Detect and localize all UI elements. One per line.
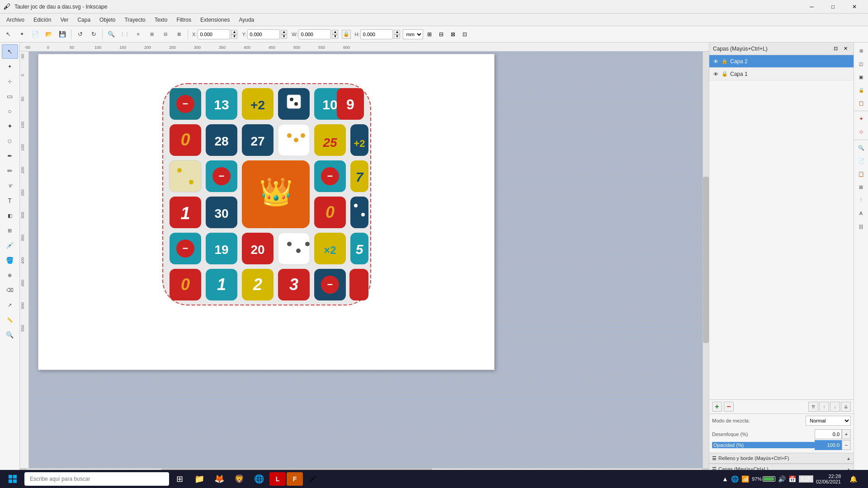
- h-input[interactable]: [360, 29, 393, 39]
- y-down[interactable]: ▼: [281, 34, 287, 39]
- tool-text[interactable]: T: [2, 193, 18, 208]
- remove-layer-btn[interactable]: −: [724, 402, 734, 412]
- layer-move-up[interactable]: ↑: [819, 402, 829, 412]
- tool-pencil[interactable]: ✏: [2, 164, 18, 178]
- tool-star[interactable]: ✦: [2, 119, 18, 133]
- task-time[interactable]: 22:28 02/06/2021: [816, 474, 841, 484]
- save-doc[interactable]: 💾: [56, 28, 69, 41]
- tool-node[interactable]: ✦: [15, 28, 28, 41]
- right-icon-zoom[interactable]: 🔍: [855, 141, 868, 154]
- close-button[interactable]: ✕: [844, 0, 864, 14]
- tb-icon-4[interactable]: ⊡: [459, 29, 470, 40]
- tool-spray[interactable]: ⊕: [2, 268, 18, 282]
- maximize-button[interactable]: □: [823, 0, 843, 14]
- right-icon-paste[interactable]: 📋: [855, 168, 868, 180]
- undo[interactable]: ↺: [74, 28, 86, 41]
- task-firefox[interactable]: 🦊: [210, 471, 229, 487]
- right-icon-copy[interactable]: 📄: [855, 155, 868, 167]
- y-input[interactable]: [247, 29, 280, 39]
- menu-filtros[interactable]: Filtros: [172, 15, 196, 25]
- tool-select[interactable]: ↖: [2, 28, 14, 41]
- layers-close[interactable]: ✕: [841, 44, 850, 53]
- layer-row-capa2[interactable]: 👁 🔒 Capa 2: [709, 55, 854, 68]
- task-inkscape[interactable]: 🖋: [304, 471, 323, 487]
- menu-ayuda[interactable]: Ayuda: [234, 15, 259, 25]
- taskbar-search[interactable]: [24, 472, 169, 486]
- task-wifi-icon[interactable]: 📶: [741, 475, 749, 483]
- w-up[interactable]: ▲: [332, 30, 338, 34]
- w-input[interactable]: [298, 29, 331, 39]
- right-icon-txt[interactable]: A: [855, 207, 868, 220]
- menu-objeto[interactable]: Objeto: [95, 15, 120, 25]
- snap3[interactable]: ⊠: [173, 28, 185, 41]
- blur-input[interactable]: [815, 429, 842, 439]
- align[interactable]: ⋮⋮: [118, 28, 131, 41]
- tb-icon-1[interactable]: ⊞: [424, 29, 435, 40]
- x-down[interactable]: ▼: [231, 34, 237, 39]
- unit-select[interactable]: mmpxcmin: [403, 29, 423, 39]
- x-up[interactable]: ▲: [231, 30, 237, 34]
- layer-row-capa1[interactable]: 👁 🔒 Capa 1: [709, 68, 854, 80]
- task-calendar-icon[interactable]: 📅: [788, 475, 796, 483]
- menu-ver[interactable]: Ver: [56, 15, 73, 25]
- h-down[interactable]: ▼: [394, 34, 400, 39]
- right-icon-|||[interactable]: |||: [855, 220, 868, 233]
- tb-icon-3[interactable]: ⊠: [448, 29, 458, 40]
- snap-icon-2[interactable]: ◫: [855, 57, 868, 70]
- x-input[interactable]: [198, 29, 230, 39]
- tool-pen[interactable]: ✒: [2, 149, 18, 163]
- task-notification[interactable]: 🔔: [844, 471, 863, 487]
- tool-paint-bucket[interactable]: 🪣: [2, 253, 18, 267]
- opacity-decrease[interactable]: −: [842, 440, 851, 450]
- menu-edicion[interactable]: Edición: [29, 15, 56, 25]
- add-layer-btn[interactable]: +: [712, 402, 722, 412]
- menu-archivo[interactable]: Archivo: [2, 15, 29, 25]
- task-app-l[interactable]: L: [269, 472, 286, 486]
- fill-stroke-header[interactable]: ☰ Relleno y borde (Mayús+Ctrl+F) ▲: [709, 453, 854, 464]
- snap-icon-4[interactable]: 🔒: [855, 84, 868, 96]
- tool-calligraphy[interactable]: 𝒞: [2, 178, 18, 193]
- layer-move-down-bottom[interactable]: ⇊: [841, 402, 851, 412]
- distribute[interactable]: ≡: [132, 28, 145, 41]
- task-chrome[interactable]: 🌐: [250, 471, 269, 487]
- tool-gradient[interactable]: ◧: [2, 208, 18, 223]
- menu-texto[interactable]: Texto: [150, 15, 172, 25]
- blur-increase[interactable]: +: [842, 429, 851, 439]
- snap[interactable]: ⊞: [146, 28, 158, 41]
- redo[interactable]: ↻: [87, 28, 100, 41]
- zoom-in[interactable]: 🔍: [105, 28, 118, 41]
- lock-aspect[interactable]: 🔒: [342, 30, 351, 39]
- w-down[interactable]: ▼: [332, 34, 338, 39]
- menu-extensiones[interactable]: Extensiones: [196, 15, 234, 25]
- snap-icon-3[interactable]: ▣: [855, 70, 868, 83]
- task-volume-icon[interactable]: 🔊: [778, 475, 786, 483]
- canvas[interactable]: − 13 +2 10: [29, 52, 709, 468]
- tool-3d[interactable]: ⬡: [2, 134, 18, 148]
- snap2[interactable]: ⊟: [159, 28, 172, 41]
- tool-node-edit[interactable]: ✦: [2, 59, 18, 74]
- tool-connector[interactable]: ↗: [2, 298, 18, 312]
- layer-move-down[interactable]: ↓: [830, 402, 840, 412]
- tool-circle[interactable]: ○: [2, 104, 18, 118]
- task-app-f[interactable]: F: [287, 472, 303, 486]
- h-up[interactable]: ▲: [394, 30, 400, 34]
- minimize-button[interactable]: ─: [802, 0, 822, 14]
- layer-move-up-top[interactable]: ⇈: [808, 402, 818, 412]
- right-icon-edit1[interactable]: ✦: [855, 113, 868, 125]
- open-doc[interactable]: 📂: [42, 28, 55, 41]
- opacity-input[interactable]: [815, 440, 842, 450]
- tool-measure[interactable]: 📏: [2, 313, 18, 327]
- v-scrollbar-thumb[interactable]: [703, 177, 709, 343]
- blend-mode-select[interactable]: Normal Multiply Screen Overlay: [806, 416, 851, 426]
- v-scrollbar[interactable]: [703, 52, 709, 468]
- tool-zoom[interactable]: 🔍: [2, 328, 18, 342]
- tool-rect[interactable]: ▭: [2, 89, 18, 103]
- tb-icon-2[interactable]: ⊟: [436, 29, 447, 40]
- layers-expand[interactable]: ⊡: [831, 44, 840, 53]
- start-button[interactable]: [2, 471, 24, 487]
- task-file-explorer[interactable]: 📁: [190, 471, 209, 487]
- task-icon-arrow[interactable]: ▲: [722, 475, 728, 483]
- snap-icon-5[interactable]: 📋: [855, 97, 868, 109]
- right-icon-group[interactable]: ⊞: [855, 181, 868, 193]
- tool-eraser[interactable]: ⌫: [2, 283, 18, 297]
